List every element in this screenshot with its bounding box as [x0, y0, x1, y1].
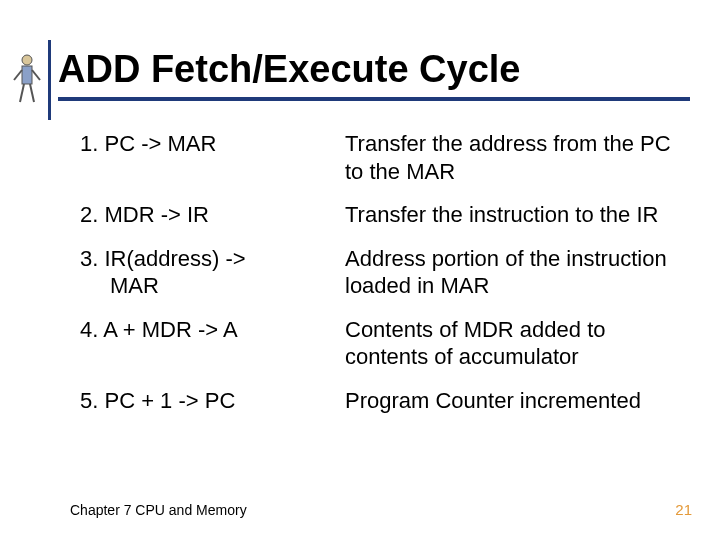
table-row: 3. IR(address) ->MAR Address portion of …	[80, 245, 680, 300]
step-number: 3.	[80, 246, 98, 271]
footer-page-number: 21	[675, 501, 692, 518]
desc-cell: Program Counter incremented	[345, 387, 680, 415]
svg-line-4	[20, 84, 24, 102]
content-table: 1. PC -> MAR Transfer the address from t…	[80, 130, 680, 430]
desc-cell: Contents of MDR added to contents of acc…	[345, 316, 680, 371]
decorative-icon	[10, 50, 46, 114]
desc-cell: Transfer the instruction to the IR	[345, 201, 680, 229]
step-cell: 4. A + MDR -> A	[80, 316, 345, 371]
svg-rect-1	[22, 66, 32, 84]
step-op: PC -> MAR	[104, 131, 216, 156]
table-row: 5. PC + 1 -> PC Program Counter incremen…	[80, 387, 680, 415]
table-row: 2. MDR -> IR Transfer the instruction to…	[80, 201, 680, 229]
svg-point-0	[22, 55, 32, 65]
svg-line-5	[30, 84, 34, 102]
table-row: 4. A + MDR -> A Contents of MDR added to…	[80, 316, 680, 371]
step-op: A + MDR -> A	[103, 317, 238, 342]
desc-cell: Address portion of the instruction loade…	[345, 245, 680, 300]
slide: ADD Fetch/Execute Cycle 1. PC -> MAR Tra…	[0, 0, 720, 540]
step-number: 4.	[80, 317, 98, 342]
svg-line-2	[14, 70, 22, 80]
step-op: MDR -> IR	[104, 202, 209, 227]
svg-line-3	[32, 70, 40, 80]
title-bar: ADD Fetch/Execute Cycle	[58, 48, 690, 101]
slide-title: ADD Fetch/Execute Cycle	[58, 48, 690, 91]
step-cell: 5. PC + 1 -> PC	[80, 387, 345, 415]
footer-chapter: Chapter 7 CPU and Memory	[70, 502, 247, 518]
step-number: 2.	[80, 202, 98, 227]
step-cell: 1. PC -> MAR	[80, 130, 345, 185]
step-cell: 3. IR(address) ->MAR	[80, 245, 345, 300]
title-underline	[58, 97, 690, 101]
desc-cell: Transfer the address from the PC to the …	[345, 130, 680, 185]
step-op: PC + 1 -> PC	[104, 388, 235, 413]
step-op: IR(address) ->MAR	[80, 246, 246, 299]
step-cell: 2. MDR -> IR	[80, 201, 345, 229]
step-number: 1.	[80, 131, 98, 156]
table-row: 1. PC -> MAR Transfer the address from t…	[80, 130, 680, 185]
title-vertical-rule	[48, 40, 51, 120]
step-number: 5.	[80, 388, 98, 413]
